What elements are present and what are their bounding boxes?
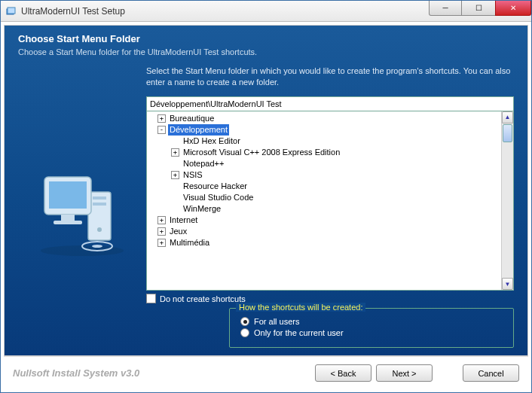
no-shortcuts-checkbox[interactable] (146, 294, 156, 303)
tree-item[interactable]: +Microsoft Visual C++ 2008 Express Editi… (147, 147, 501, 158)
current-user-label: Only for the current user (254, 328, 344, 337)
tree-item[interactable]: +Visual Studio Code (147, 192, 501, 203)
brand-text: Nullsoft Install System v3.0 (13, 367, 139, 379)
svg-rect-10 (54, 221, 82, 224)
scroll-down-button[interactable]: ▼ (502, 278, 513, 290)
all-users-radio[interactable] (240, 317, 249, 326)
back-button[interactable]: < Back (315, 364, 371, 382)
sidebar-image (18, 66, 146, 348)
tree-item-label: HxD Hex Editor (182, 136, 242, 147)
installer-window: UltraModernUI Test Setup ─ ☐ ✕ Choose St… (0, 0, 532, 393)
scroll-up-button[interactable]: ▲ (502, 111, 513, 123)
cancel-button[interactable]: Cancel (463, 364, 519, 382)
tree-item[interactable]: +Internet (147, 215, 501, 226)
tree-item-label: Bureautique (168, 113, 216, 124)
tree-item-label: Visual Studio Code (182, 192, 255, 203)
maximize-button[interactable]: ☐ (462, 1, 495, 16)
page-header: Choose Start Menu Folder Choose a Start … (5, 26, 527, 66)
tree-item-label: Notepad++ (182, 158, 225, 169)
instruction-text: Select the Start Menu folder in which yo… (146, 66, 514, 89)
all-users-label: For all users (254, 317, 300, 326)
tree-item[interactable]: +HxD Hex Editor (147, 136, 501, 147)
expand-icon[interactable]: + (171, 171, 179, 179)
tree-item[interactable]: +Bureautique (147, 113, 501, 124)
tree-item[interactable]: +NSIS (147, 169, 501, 181)
tree-item[interactable]: +Multimédia (147, 237, 501, 248)
no-shortcuts-label: Do not create shortcuts (160, 294, 246, 303)
minimize-button[interactable]: ─ (429, 1, 462, 16)
expand-icon[interactable]: + (157, 227, 166, 236)
svg-rect-8 (49, 181, 87, 209)
tree-item-label: Multimédia (168, 237, 211, 248)
page-subtitle: Choose a Start Menu folder for the Ultra… (18, 47, 514, 56)
page-title: Choose Start Menu Folder (18, 33, 514, 44)
svg-point-12 (92, 245, 102, 248)
tree-item[interactable]: +WinMerge (147, 203, 501, 215)
window-title: UltraModernUI Test Setup (21, 6, 125, 17)
svg-rect-9 (61, 215, 75, 221)
tree-item-label: Microsoft Visual C++ 2008 Express Editio… (182, 147, 341, 158)
tree-item-label: NSIS (182, 169, 204, 181)
tree-item-label: Jeux (168, 226, 188, 237)
scroll-thumb[interactable] (503, 124, 512, 142)
close-button[interactable]: ✕ (495, 1, 531, 16)
expand-icon[interactable]: + (157, 114, 166, 123)
tree-item[interactable]: -Développement (147, 124, 501, 136)
folder-tree[interactable]: +Bureautique-Développement+HxD Hex Edito… (146, 111, 514, 291)
tree-item[interactable]: +Resource Hacker (147, 181, 501, 192)
expand-icon[interactable]: + (171, 148, 179, 157)
expand-icon[interactable]: - (157, 126, 166, 134)
svg-rect-5 (93, 203, 106, 206)
fieldset-legend: How the shortcuts will be created: (236, 303, 365, 312)
expand-icon[interactable]: + (157, 216, 166, 224)
scrollbar[interactable]: ▲ ▼ (501, 111, 513, 290)
tree-item[interactable]: +Notepad++ (147, 158, 501, 169)
current-user-radio[interactable] (240, 328, 249, 337)
svg-rect-4 (93, 196, 106, 200)
expand-icon[interactable]: + (157, 239, 166, 247)
app-icon (5, 5, 17, 17)
tree-item-label: Développement (168, 124, 229, 136)
tree-item-label: Internet (168, 215, 199, 226)
tree-item-label: Resource Hacker (182, 181, 249, 192)
titlebar[interactable]: UltraModernUI Test Setup ─ ☐ ✕ (1, 1, 531, 22)
shortcut-scope-fieldset: How the shortcuts will be created: For a… (229, 308, 514, 348)
svg-rect-1 (8, 8, 15, 14)
tree-item[interactable]: +Jeux (147, 226, 501, 237)
tree-item-label: WinMerge (182, 203, 222, 215)
folder-path-input[interactable] (146, 96, 514, 111)
svg-point-6 (97, 227, 102, 232)
footer: Nullsoft Install System v3.0 < Back Next… (4, 356, 528, 389)
next-button[interactable]: Next > (376, 364, 433, 382)
